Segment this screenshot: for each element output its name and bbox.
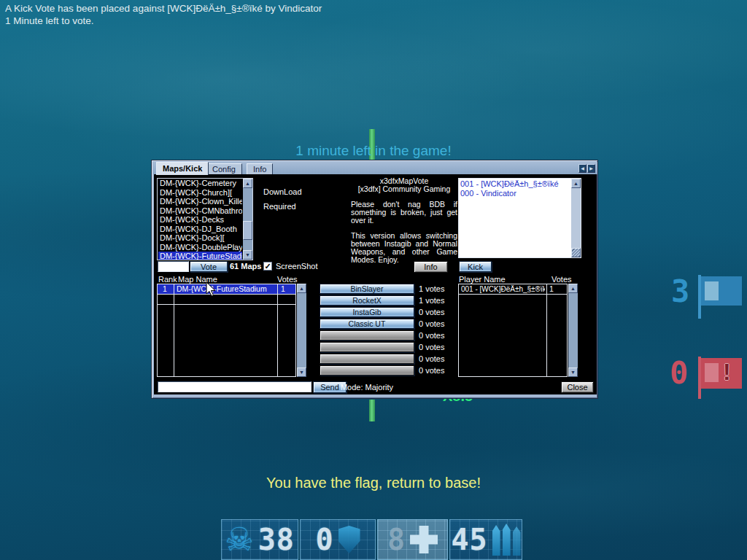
player-table-header-votes: Votes [551,275,572,284]
mode-button-empty[interactable] [320,330,414,341]
blue-flag-icon [698,275,743,320]
scroll-down-icon[interactable]: ▼ [243,250,252,260]
time-left-message: 1 minute left in the game! [0,143,747,159]
shield-icon [338,526,360,553]
map-vote-table: 1 DM-{WCK}-FutureStadium 1 [157,284,296,377]
map-filter-input[interactable] [158,261,189,272]
mode-status-label: Mode: Majority [320,383,414,392]
mode-button-rocketx[interactable]: RocketX [320,295,414,306]
red-flag-icon: ! [698,357,743,402]
dialog-tabstrip: Maps/Kick Config Info ◀ ▶ [153,162,597,174]
screenshot-checkbox[interactable]: ✓ [263,262,272,271]
blue-flag-cloth [701,276,742,306]
armor-value: 0 [315,523,333,556]
bullet-icon [513,526,521,556]
mode-button-classic-ut[interactable]: Classic UT [320,319,414,329]
mode-votes-label: 1 votes [419,284,455,294]
player-list-item[interactable]: 001 - [WCK]ÐëÄ±h_§±®ïké [460,179,570,189]
mode-button-empty[interactable] [320,365,414,376]
player-list-scrollbar[interactable]: ▲ [571,179,581,257]
map-list-item-selected[interactable]: DM-{WCK}-FutureStadium [158,252,242,260]
player-list-item[interactable]: 000 - Vindicator [460,189,570,198]
health-cross-icon [410,526,438,553]
window-left-arrow-button[interactable]: ◀ [578,164,587,173]
required-label: Required [263,202,296,211]
bullet-icon [492,525,500,556]
scroll-up-icon[interactable]: ▲ [568,284,578,293]
about-paragraph-1: Please don't nag BDB if something is bro… [351,201,457,225]
chat-input[interactable] [158,381,311,392]
bullet-icon [503,524,511,556]
kick-vote-message: A Kick Vote has been placed against [WCK… [5,2,322,27]
player-row-votes: 1 [549,284,565,294]
mode-votes-label: 0 votes [419,307,455,317]
tab-maps-kick[interactable]: Maps/Kick [156,162,209,175]
mode-votes-label: 0 votes [419,330,455,341]
map-table-scrollbar[interactable]: ▲ ▼ [297,284,306,377]
frags-panel: ☠ 38 [221,519,298,560]
map-list-item[interactable]: DM-{WCK}-Decks [158,215,242,225]
map-list-item[interactable]: DM-{WCK}-Dock][ [158,233,242,243]
red-team-score: 0 [670,355,688,391]
info-button[interactable]: Info [414,261,448,273]
about-paragraph-2: This version allows switching between In… [351,232,457,264]
map-listbox[interactable]: DM-{WCK}-Cemetery DM-{WCK}-Church][ DM-{… [157,178,253,260]
player-vote-table: 001 - [WCK]ÐëÄ±h_§±®ïké 1 [458,284,568,377]
player-table-header-name: Player Name [459,275,506,284]
scroll-thumb[interactable] [243,221,252,240]
frags-value: 38 [258,523,295,556]
map-list-item[interactable]: DM-{WCK}-Clown_Killer_ [158,197,242,206]
blue-flag-emblem [705,281,719,300]
kick-button[interactable]: Kick [459,261,492,272]
screenshot-label: ScreenShot [276,262,317,271]
map-list-item[interactable]: DM-{WCK}-DoublePlay][ [158,243,242,252]
ammo-bullets-icon [492,524,521,556]
skull-icon: ☠ [225,524,253,556]
vote-button[interactable]: Vote [190,261,228,272]
mode-button-empty[interactable] [320,354,414,364]
player-row-name[interactable]: 001 - [WCK]ÐëÄ±h_§±®ïké [461,284,545,294]
mode-votes-label: 0 votes [419,365,455,376]
map-list-item[interactable]: DM-{WCK}-CMNbathroom [158,206,242,216]
about-block: x3dfxMapVote [x3dfx] Community Gaming Pl… [351,177,457,264]
player-listbox[interactable]: 001 - [WCK]ÐëÄ±h_§±®ïké 000 - Vindicator… [458,178,581,258]
game-viewport: A Kick Vote has been placed against [WCK… [0,0,747,560]
health-panel: 8 [377,519,448,560]
scroll-down-icon[interactable]: ▼ [297,368,306,377]
mode-votes-label: 0 votes [419,342,455,352]
mode-votes-label: 1 votes [419,295,455,306]
red-flag-cloth: ! [701,358,742,389]
map-table-header-votes: Votes [277,275,298,284]
map-list-item[interactable]: DM-{WCK}-Cemetery [158,179,242,188]
scroll-down-icon[interactable]: ▼ [568,368,578,377]
maps-count-label: 61 Maps [230,262,261,271]
close-button[interactable]: Close [561,381,594,393]
mode-button-binslayer[interactable]: BinSlayer [320,284,414,294]
red-flag-emblem [705,363,719,382]
map-row-rank: 1 [163,284,173,294]
kick-vote-line2: 1 Minute left to vote. [5,15,322,27]
red-flag-alert: ! [723,359,731,386]
mode-button-empty[interactable] [320,342,414,352]
map-list-scrollbar[interactable]: ▲ ▼ [243,179,252,260]
tab-config[interactable]: Config [206,163,242,174]
scroll-up-icon[interactable]: ▲ [571,179,581,188]
mode-votes-label: 0 votes [419,354,455,364]
status-bar: ☠ 38 0 8 45 [221,519,522,560]
map-row-votes: 1 [281,284,294,294]
health-value: 8 [387,523,406,556]
map-table-header-rank: Rank [158,275,177,284]
player-table-scrollbar[interactable]: ▲ ▼ [568,284,578,377]
green-beam-bottom [369,400,375,421]
resize-grip-icon [571,248,581,257]
mode-button-instagib[interactable]: InstaGib [320,307,414,317]
scroll-up-icon[interactable]: ▲ [297,284,306,293]
window-right-arrow-button[interactable]: ▶ [587,164,595,173]
download-label: DownLoad [263,187,302,196]
map-list-item[interactable]: DM-{WCK}-Church][ [158,188,242,198]
blue-team-score: 3 [671,273,689,309]
scroll-up-icon[interactable]: ▲ [243,179,252,188]
map-list-item[interactable]: DM-{WCK}-DJ_Booth [158,225,242,234]
map-row-name: DM-{WCK}-FutureStadium [177,284,276,294]
tab-info[interactable]: Info [247,163,273,174]
